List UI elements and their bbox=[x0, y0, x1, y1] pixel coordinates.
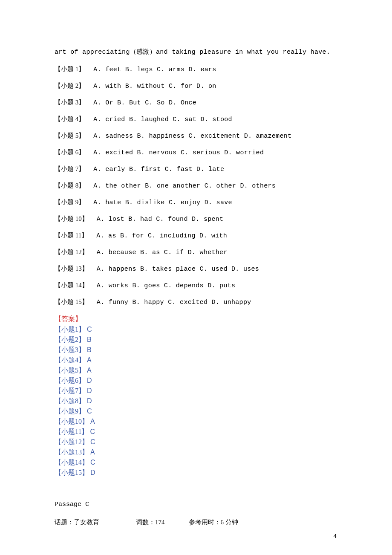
answer-line: 【小题9】 C bbox=[55, 406, 337, 416]
question-row: 【小题 1】A. feet B. legs C. arms D. ears bbox=[55, 65, 337, 73]
answer-letter: A bbox=[87, 367, 92, 374]
answer-letter: B bbox=[87, 336, 92, 343]
question-options: A. cried B. laughed C. sat D. stood bbox=[93, 116, 232, 123]
answer-letter: C bbox=[87, 408, 92, 415]
topic-value: 子女教育 bbox=[74, 519, 99, 526]
answer-label: 【小题6】 bbox=[55, 377, 85, 384]
questions-list: 【小题 1】A. feet B. legs C. arms D. ears【小题… bbox=[55, 65, 337, 306]
answer-line: 【小题1】 C bbox=[55, 324, 337, 335]
question-label: 【小题 11】 bbox=[55, 231, 88, 240]
answer-letter: C bbox=[90, 459, 95, 466]
question-options: A. sadness B. happiness C. excitement D.… bbox=[93, 133, 291, 140]
question-label: 【小题 13】 bbox=[55, 265, 88, 273]
answer-letter: A bbox=[90, 418, 95, 425]
question-label: 【小题 2】 bbox=[55, 82, 85, 90]
question-options: A. early B. first C. fast D. late bbox=[93, 166, 224, 173]
question-row: 【小题 4】A. cried B. laughed C. sat D. stoo… bbox=[55, 115, 337, 123]
question-label: 【小题 8】 bbox=[55, 182, 85, 190]
answer-letter: D bbox=[87, 377, 92, 384]
question-row: 【小题 6】A. excited B. nervous C. serious D… bbox=[55, 148, 337, 156]
question-row: 【小题 12】A. because B. as C. if D. whether bbox=[55, 248, 337, 256]
words-value: 174 bbox=[155, 519, 165, 526]
question-row: 【小题 8】A. the other B. one another C. oth… bbox=[55, 182, 337, 190]
answer-letter: C bbox=[90, 438, 95, 445]
answer-label: 【小题2】 bbox=[55, 336, 85, 343]
question-options: A. funny B. happy C. excited D. unhappy bbox=[97, 299, 251, 306]
answer-label: 【小题9】 bbox=[55, 408, 85, 415]
question-row: 【小题 14】A. works B. goes C. depends D. pu… bbox=[55, 281, 337, 289]
question-row: 【小题 2】A. with B. without C. for D. on bbox=[55, 82, 337, 90]
question-options: A. with B. without C. for D. on bbox=[93, 83, 216, 90]
topic-label: 话题： bbox=[55, 519, 74, 526]
answer-line: 【小题3】 B bbox=[55, 345, 337, 355]
answer-label: 【小题12】 bbox=[55, 438, 89, 445]
question-options: A. lost B. had C. found D. spent bbox=[97, 216, 224, 223]
answers-header: 【答案】 bbox=[55, 315, 337, 324]
passage-title: Passage C bbox=[55, 501, 337, 508]
answer-letter: B bbox=[87, 346, 92, 353]
answer-label: 【小题1】 bbox=[55, 326, 85, 333]
question-options: A. feet B. legs C. arms D. ears bbox=[93, 66, 216, 73]
question-label: 【小题 14】 bbox=[55, 281, 88, 289]
question-label: 【小题 1】 bbox=[55, 65, 85, 73]
question-row: 【小题 11】A. as B. for C. including D. with bbox=[55, 231, 337, 240]
question-label: 【小题 12】 bbox=[55, 248, 88, 256]
answer-line: 【小题5】 A bbox=[55, 365, 337, 376]
answer-line: 【小题14】 C bbox=[55, 457, 337, 468]
answer-letter: D bbox=[87, 387, 92, 394]
answer-letter: D bbox=[90, 469, 95, 476]
answer-line: 【小题4】 A bbox=[55, 355, 337, 365]
answer-line: 【小题15】 D bbox=[55, 468, 337, 478]
answer-line: 【小题8】 D bbox=[55, 396, 337, 406]
answer-label: 【小题4】 bbox=[55, 356, 85, 364]
intro-text: art of appreciating（感激）and taking pleasu… bbox=[55, 48, 337, 56]
answer-line: 【小题7】 D bbox=[55, 386, 337, 396]
time-value: 6 分钟 bbox=[221, 519, 238, 526]
question-label: 【小题 3】 bbox=[55, 98, 85, 107]
question-options: A. hate B. dislike C. enjoy D. save bbox=[93, 199, 232, 206]
answer-letter: C bbox=[90, 428, 95, 435]
question-row: 【小题 5】A. sadness B. happiness C. excitem… bbox=[55, 132, 337, 140]
question-row: 【小题 10】A. lost B. had C. found D. spent bbox=[55, 215, 337, 223]
question-row: 【小题 3】A. Or B. But C. So D. Once bbox=[55, 98, 337, 107]
answer-label: 【小题3】 bbox=[55, 346, 85, 353]
answer-letter: A bbox=[87, 356, 92, 364]
answer-label: 【小题8】 bbox=[55, 397, 85, 405]
meta-row: 话题：子女教育词数：174参考用时：6 分钟 bbox=[55, 518, 337, 526]
question-label: 【小题 10】 bbox=[55, 215, 88, 223]
time-label: 参考用时： bbox=[189, 519, 221, 526]
question-row: 【小题 7】A. early B. first C. fast D. late bbox=[55, 165, 337, 173]
question-label: 【小题 4】 bbox=[55, 115, 85, 123]
answer-label: 【小题14】 bbox=[55, 459, 89, 466]
question-row: 【小题 15】A. funny B. happy C. excited D. u… bbox=[55, 298, 337, 306]
answer-label: 【小题5】 bbox=[55, 367, 85, 374]
question-options: A. because B. as C. if D. whether bbox=[97, 249, 228, 256]
question-row: 【小题 9】A. hate B. dislike C. enjoy D. sav… bbox=[55, 198, 337, 206]
answer-letter: A bbox=[90, 448, 95, 456]
answer-label: 【小题11】 bbox=[55, 428, 88, 435]
words-label: 词数： bbox=[136, 519, 155, 526]
answer-label: 【小题7】 bbox=[55, 387, 85, 394]
question-options: A. as B. for C. including D. with bbox=[96, 232, 227, 240]
answer-label: 【小题13】 bbox=[55, 448, 89, 456]
answer-line: 【小题2】 B bbox=[55, 335, 337, 345]
answer-label: 【小题10】 bbox=[55, 418, 89, 425]
question-options: A. Or B. But C. So D. Once bbox=[93, 99, 196, 107]
answer-line: 【小题12】 C bbox=[55, 437, 337, 447]
question-row: 【小题 13】A. happens B. takes place C. used… bbox=[55, 265, 337, 273]
question-options: A. works B. goes C. depends D. puts bbox=[97, 282, 236, 289]
question-label: 【小题 15】 bbox=[55, 298, 88, 306]
answer-label: 【小题15】 bbox=[55, 469, 89, 476]
question-label: 【小题 5】 bbox=[55, 132, 85, 140]
question-options: A. the other B. one another C. other D. … bbox=[93, 182, 276, 190]
answer-line: 【小题6】 D bbox=[55, 376, 337, 386]
answers-list: 【小题1】 C【小题2】 B【小题3】 B【小题4】 A【小题5】 A【小题6】… bbox=[55, 324, 337, 478]
question-label: 【小题 6】 bbox=[55, 148, 85, 156]
answer-line: 【小题11】 C bbox=[55, 427, 337, 437]
question-label: 【小题 7】 bbox=[55, 165, 85, 173]
answer-line: 【小题13】 A bbox=[55, 447, 337, 457]
page-number: 4 bbox=[333, 533, 337, 540]
question-options: A. excited B. nervous C. serious D. worr… bbox=[93, 149, 264, 156]
answer-letter: C bbox=[87, 326, 92, 333]
question-label: 【小题 9】 bbox=[55, 198, 85, 206]
